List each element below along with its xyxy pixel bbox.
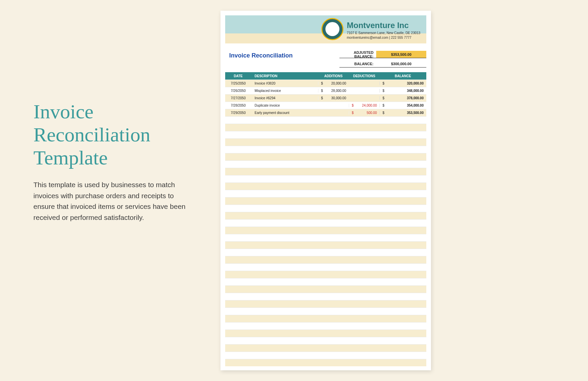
- table-row-empty: [225, 278, 426, 285]
- table-header: DATE DESCRIPTION ADDITIONS DEDUCTIONS BA…: [225, 72, 426, 80]
- cell-addition: $20,000.00: [318, 82, 349, 85]
- table-row-empty: [225, 219, 426, 227]
- balance-row: BALANCE: $300,000.00: [339, 60, 426, 68]
- table-row-empty: [225, 138, 426, 146]
- table-row-empty: [225, 116, 426, 124]
- table-row-empty: [225, 234, 426, 241]
- table-row-empty: [225, 160, 426, 168]
- cell-description: Invoice #3820: [251, 82, 318, 85]
- table-row-empty: [225, 337, 426, 344]
- cell-balance: $353,500.00: [380, 111, 426, 115]
- cell-description: Duplicate invoice: [251, 104, 318, 107]
- adjusted-balance-row: ADJUSTED BALANCE: $353,500.00: [339, 51, 426, 58]
- table-body: 7/25/2050Invoice #3820$20,000.00$320,000…: [225, 80, 426, 366]
- table-row-empty: [225, 212, 426, 219]
- invoice-sheet: Montventure Inc 7107 E Sammerson Lane, N…: [220, 11, 431, 370]
- table-row-empty: [225, 300, 426, 307]
- cell-description: Invoice #6294: [251, 96, 318, 100]
- adjusted-balance-label: ADJUSTED BALANCE:: [339, 50, 376, 58]
- table-row-empty: [225, 293, 426, 300]
- cell-balance: $354,000.00: [380, 104, 426, 107]
- table-row-empty: [225, 256, 426, 263]
- table-row-empty: [225, 190, 426, 197]
- cell-balance: $348,000.00: [380, 89, 426, 93]
- col-description: DESCRIPTION: [251, 74, 318, 78]
- table-row: 7/28/2050Duplicate invoice$24,000.00$354…: [225, 102, 426, 109]
- cell-deduction: $500.00: [349, 111, 380, 115]
- cell-date: 7/27/2050: [225, 96, 251, 100]
- cell-date: 7/26/2050: [225, 89, 251, 93]
- balance-label: BALANCE:: [339, 62, 376, 66]
- page-description: This template is used by businesses to m…: [33, 179, 187, 223]
- col-date: DATE: [225, 74, 251, 78]
- company-address: 7107 E Sammerson Lane, New Castle, DE 23…: [347, 31, 427, 35]
- table-row-empty: [225, 315, 426, 322]
- table-row: 7/25/2050Invoice #3820$20,000.00$320,000…: [225, 80, 426, 87]
- col-balance: BALANCE: [380, 74, 426, 78]
- table-row-empty: [225, 263, 426, 271]
- table-row-empty: [225, 124, 426, 131]
- table-row-empty: [225, 330, 426, 337]
- cell-addition: $28,000.00: [318, 89, 349, 93]
- cell-date: 7/25/2050: [225, 82, 251, 85]
- company-name: Montventure Inc: [347, 21, 427, 29]
- cell-description: Early payment discount: [251, 111, 318, 115]
- adjusted-balance-value: $353,500.00: [376, 51, 426, 58]
- table-row-empty: [225, 285, 426, 293]
- col-deductions: DEDUCTIONS: [349, 74, 380, 78]
- table-row-empty: [225, 322, 426, 330]
- table-row-empty: [225, 175, 426, 182]
- cell-date: 7/29/2050: [225, 111, 251, 115]
- company-logo: [321, 18, 343, 40]
- table-row-empty: [225, 168, 426, 175]
- table-row-empty: [225, 249, 426, 256]
- cell-description: Misplaced invoice: [251, 89, 318, 93]
- table-row-empty: [225, 146, 426, 153]
- company-logo-inner: [325, 22, 339, 36]
- cell-addition: $30,000.00: [318, 96, 349, 100]
- table-row-empty: [225, 241, 426, 249]
- table-row: 7/29/2050Early payment discount$500.00$3…: [225, 109, 426, 116]
- table-row: 7/26/2050Misplaced invoice$28,000.00$348…: [225, 87, 426, 94]
- table-row-empty: [225, 205, 426, 212]
- table-row-empty: [225, 153, 426, 160]
- page-title: Invoice Reconciliation Template: [33, 100, 187, 169]
- cell-balance: $378,000.00: [380, 96, 426, 100]
- table-row-empty: [225, 352, 426, 359]
- col-additions: ADDITIONS: [318, 74, 349, 78]
- info-panel: Invoice Reconciliation Template This tem…: [33, 100, 187, 223]
- table-row-empty: [225, 182, 426, 190]
- table-row-empty: [225, 307, 426, 315]
- table-row: 7/27/2050Invoice #6294$30,000.00$378,000…: [225, 94, 426, 102]
- table-row-empty: [225, 359, 426, 366]
- cell-date: 7/28/2050: [225, 104, 251, 107]
- reconciliation-table: DATE DESCRIPTION ADDITIONS DEDUCTIONS BA…: [225, 72, 426, 366]
- table-row-empty: [225, 227, 426, 234]
- company-contact: montventureinc@email.com | 222 555 7777: [347, 35, 427, 40]
- balance-value: $300,000.00: [376, 60, 426, 67]
- cell-deduction: $24,000.00: [349, 104, 380, 107]
- company-block: Montventure Inc 7107 E Sammerson Lane, N…: [347, 21, 427, 40]
- table-row-empty: [225, 271, 426, 278]
- cell-balance: $320,000.00: [380, 82, 426, 85]
- document-title: Invoice Reconciliation: [229, 52, 293, 59]
- table-row-empty: [225, 344, 426, 352]
- table-row-empty: [225, 131, 426, 138]
- table-row-empty: [225, 197, 426, 205]
